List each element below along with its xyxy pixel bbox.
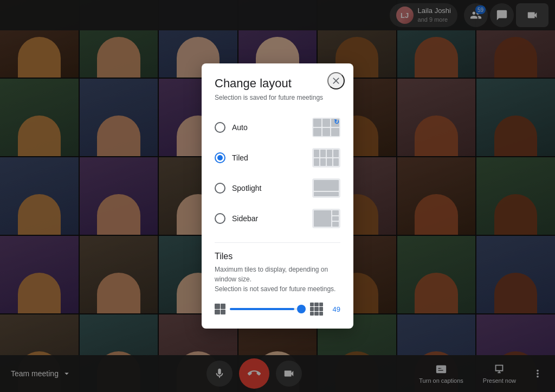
- slider-thumb[interactable]: [297, 305, 306, 313]
- tiles-title: Tiles: [215, 252, 340, 261]
- layout-option-auto[interactable]: Auto ↻: [215, 112, 340, 143]
- layout-option-tiled[interactable]: Tiled: [215, 143, 340, 173]
- tiles-value: 49: [327, 305, 340, 313]
- modal-subtitle: Selection is saved for future meetings: [215, 94, 340, 101]
- layout-icon-auto: ↻: [312, 118, 340, 137]
- modal-overlay: Change layout Selection is saved for fut…: [0, 0, 555, 392]
- layout-option-spotlight[interactable]: Spotlight: [215, 173, 340, 203]
- modal-divider: [215, 242, 340, 243]
- layout-option-sidebar[interactable]: Sidebar: [215, 203, 340, 234]
- modal-close-button[interactable]: [327, 72, 345, 89]
- slider-track: [230, 308, 306, 310]
- layout-icon-spotlight: [312, 178, 340, 198]
- change-layout-modal: Change layout Selection is saved for fut…: [202, 63, 353, 329]
- layout-label-sidebar: Sidebar: [232, 214, 306, 223]
- layout-label-auto: Auto: [232, 123, 306, 132]
- radio-auto: [215, 122, 225, 133]
- layout-label-spotlight: Spotlight: [232, 184, 306, 192]
- radio-spotlight: [215, 183, 225, 194]
- tiles-description: Maximum tiles to display, depending on w…: [215, 265, 340, 294]
- layout-icon-tiled: [312, 148, 340, 168]
- radio-tiled: [215, 152, 225, 163]
- layout-icon-sidebar: [312, 209, 340, 228]
- slider-fill: [230, 308, 294, 310]
- layout-label-tiled: Tiled: [232, 153, 306, 162]
- tiles-small-icon: [215, 304, 225, 314]
- radio-sidebar: [215, 213, 225, 224]
- tiles-slider-row: 49: [215, 303, 340, 316]
- tiles-section: Tiles Maximum tiles to display, dependin…: [215, 252, 340, 316]
- tiles-large-icon: [310, 303, 323, 316]
- radio-tiled-inner: [217, 155, 223, 160]
- tiles-slider-wrapper[interactable]: [230, 303, 306, 316]
- modal-title: Change layout: [215, 76, 340, 91]
